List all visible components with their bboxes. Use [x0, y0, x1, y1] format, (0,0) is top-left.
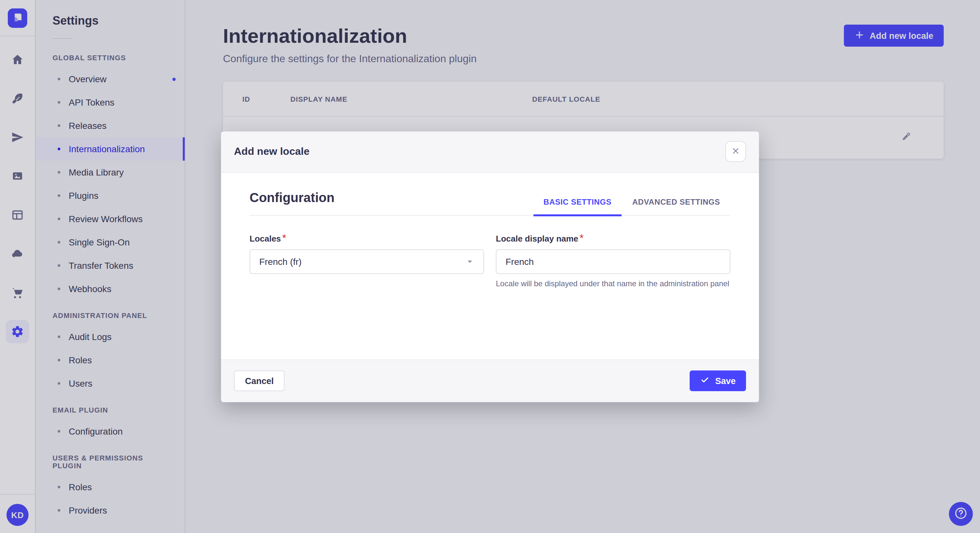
locales-select[interactable]: French (fr): [250, 249, 484, 274]
close-icon: [731, 146, 740, 157]
tab-advanced-settings[interactable]: ADVANCED SETTINGS: [622, 189, 730, 215]
required-asterisk: *: [579, 232, 583, 243]
display-name-field: Locale display name* Locale will be disp…: [496, 232, 730, 289]
check-icon: [700, 375, 710, 387]
close-modal-button[interactable]: [725, 141, 746, 162]
cancel-button[interactable]: Cancel: [234, 370, 285, 391]
add-locale-modal: Add new locale Configuration BASIC SETTI…: [221, 131, 759, 402]
strapi-settings-app: KD Settings GLOBAL SETTINGSOverviewAPI T…: [0, 0, 980, 533]
locales-label: Locales: [250, 233, 281, 243]
required-asterisk: *: [282, 232, 286, 243]
display-name-label: Locale display name: [496, 233, 578, 243]
configuration-heading: Configuration: [250, 190, 334, 215]
locales-field: Locales* French (fr): [250, 232, 484, 289]
tab-basic-settings[interactable]: BASIC SETTINGS: [533, 189, 622, 215]
display-name-hint: Locale will be displayed under that name…: [496, 278, 730, 289]
display-name-input[interactable]: [506, 256, 721, 266]
caret-down-icon: [465, 257, 474, 266]
save-button[interactable]: Save: [690, 370, 746, 391]
modal-tabs: BASIC SETTINGSADVANCED SETTINGS: [533, 189, 730, 215]
modal-title: Add new locale: [234, 146, 310, 157]
